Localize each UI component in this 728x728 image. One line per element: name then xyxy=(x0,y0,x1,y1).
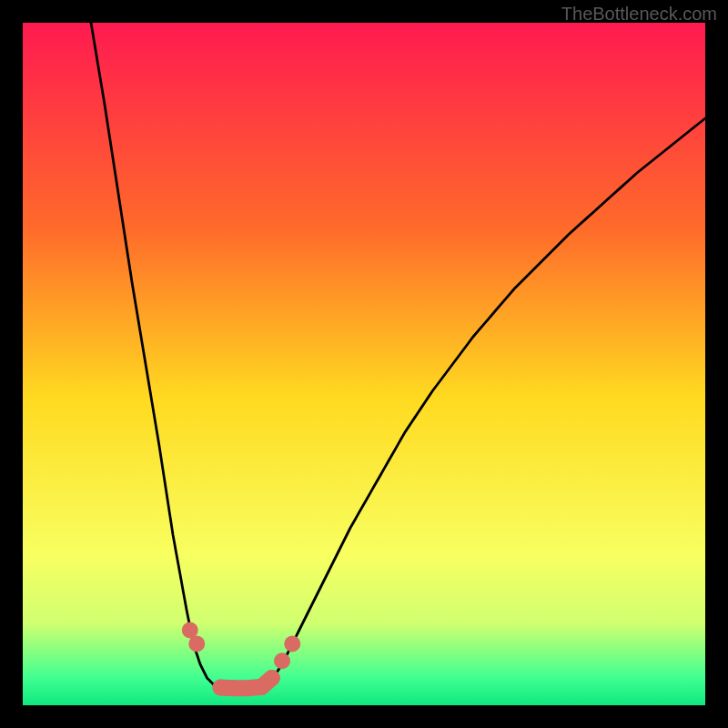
plot-area xyxy=(23,23,705,705)
highlight-marker xyxy=(284,636,300,652)
chart-svg xyxy=(0,0,728,728)
highlight-marker xyxy=(188,636,205,652)
highlight-marker xyxy=(274,652,290,669)
bottleneck-chart: TheBottleneck.com xyxy=(0,0,728,728)
watermark-text: TheBottleneck.com xyxy=(561,4,717,25)
